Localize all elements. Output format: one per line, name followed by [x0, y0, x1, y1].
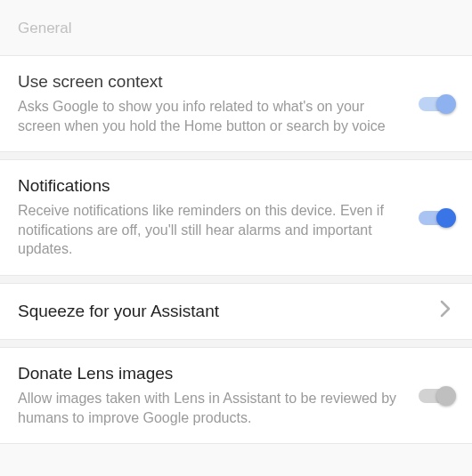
divider [0, 443, 472, 444]
toggle-notifications[interactable] [419, 211, 454, 225]
chevron-right-icon [440, 300, 454, 323]
divider [0, 151, 472, 160]
setting-title: Use screen context [18, 72, 404, 92]
section-header-general: General [0, 0, 472, 55]
divider [0, 339, 472, 348]
setting-notifications[interactable]: Notifications Receive notifications like… [0, 160, 472, 275]
setting-use-screen-context[interactable]: Use screen context Asks Google to show y… [0, 56, 472, 151]
divider [0, 275, 472, 284]
setting-desc: Asks Google to show you info related to … [18, 97, 404, 135]
setting-title: Notifications [18, 176, 404, 196]
toggle-knob [436, 386, 456, 406]
setting-donate-lens[interactable]: Donate Lens images Allow images taken wi… [0, 348, 472, 443]
toggle-knob [436, 208, 456, 228]
toggle-knob [436, 94, 456, 114]
setting-squeeze-assistant[interactable]: Squeeze for your Assistant [0, 284, 472, 339]
setting-title: Donate Lens images [18, 364, 404, 383]
toggle-donate-lens[interactable] [419, 389, 454, 403]
setting-title: Squeeze for your Assistant [18, 302, 426, 321]
toggle-use-screen-context[interactable] [419, 97, 454, 111]
setting-desc: Allow images taken with Lens in Assistan… [18, 389, 404, 427]
setting-desc: Receive notifications like reminders on … [18, 201, 404, 259]
